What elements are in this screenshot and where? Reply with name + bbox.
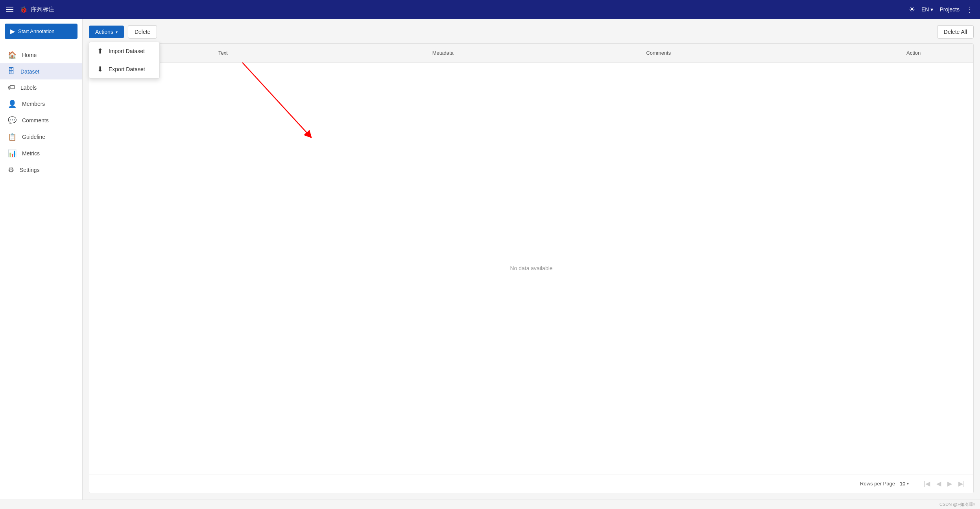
import-icon: ⬆: [97, 47, 103, 55]
labels-icon: 🏷: [8, 83, 15, 92]
bottom-bar: CSDN @»如冷璟×: [0, 500, 980, 509]
bottom-bar-text: CSDN @»如冷璟×: [939, 502, 975, 507]
sidebar-label-members: Members: [22, 101, 45, 107]
prev-page-button[interactable]: ◀: [934, 478, 943, 489]
projects-link[interactable]: Projects: [939, 6, 960, 13]
sidebar-nav: 🏠 Home 🗄 Dataset 🏷 Labels 👤 Members 💬 Co…: [0, 44, 82, 181]
table-body: No data available: [89, 63, 973, 474]
actions-button[interactable]: Actions ▾: [89, 26, 124, 38]
app-logo-icon: 🐞: [20, 6, 28, 13]
export-dataset-item[interactable]: ⬇ Export Dataset: [89, 60, 159, 78]
actions-dropdown-menu: ⬆ Import Dataset ⬇ Export Dataset: [89, 42, 160, 79]
sidebar-item-members[interactable]: 👤 Members: [0, 96, 82, 112]
content-area: Actions ▾ Delete Delete All ⬆ Import Dat…: [83, 19, 980, 500]
menu-icon[interactable]: [6, 7, 13, 12]
import-label: Import Dataset: [109, 48, 145, 54]
delete-all-button[interactable]: Delete All: [937, 25, 974, 39]
actions-arrow-icon: ▾: [116, 30, 118, 34]
export-label: Export Dataset: [109, 66, 145, 72]
members-icon: 👤: [8, 100, 17, 108]
topbar-left: 🐞 序列标注: [6, 6, 54, 13]
col-header-metadata: Metadata: [432, 50, 646, 56]
sidebar-label-comments: Comments: [22, 117, 49, 124]
app-title: 🐞 序列标注: [20, 6, 54, 13]
topbar: 🐞 序列标注 ☀ EN ▾ Projects ⋮: [0, 0, 980, 19]
col-header-comments: Comments: [646, 50, 860, 56]
play-icon: ▶: [10, 28, 15, 35]
rows-per-page-select[interactable]: 10 ▾: [900, 481, 909, 487]
rows-per-page-label: Rows per Page: [860, 481, 895, 487]
sidebar-item-comments[interactable]: 💬 Comments: [0, 112, 82, 129]
sidebar-item-dataset[interactable]: 🗄 Dataset: [0, 63, 82, 79]
sidebar-item-home[interactable]: 🏠 Home: [0, 47, 82, 63]
home-icon: 🏠: [8, 51, 17, 59]
settings-icon: ⚙: [8, 166, 14, 174]
theme-toggle-icon[interactable]: ☀: [909, 5, 915, 14]
rows-per-page-value: 10: [900, 481, 905, 487]
main-layout: ▶ Start Annotation 🏠 Home 🗄 Dataset 🏷 La…: [0, 19, 980, 500]
no-data-message: No data available: [510, 265, 552, 271]
actions-label: Actions: [95, 29, 113, 35]
dataset-icon: 🗄: [8, 67, 15, 76]
table-header: Status Text Metadata Comments Action: [89, 44, 973, 63]
topbar-more-icon[interactable]: ⋮: [966, 5, 974, 14]
sidebar-label-home: Home: [22, 52, 37, 58]
topbar-right: ☀ EN ▾ Projects ⋮: [909, 5, 974, 14]
col-header-text: Text: [218, 50, 432, 56]
comments-icon: 💬: [8, 116, 17, 125]
pagination-buttons: |◀ ◀ ▶ ▶|: [921, 478, 967, 489]
sidebar-item-guideline[interactable]: 📋 Guideline: [0, 129, 82, 145]
sidebar-label-metrics: Metrics: [22, 150, 40, 157]
next-page-button[interactable]: ▶: [945, 478, 954, 489]
delete-button[interactable]: Delete: [128, 25, 157, 39]
toolbar: Actions ▾ Delete Delete All ⬆ Import Dat…: [89, 25, 974, 39]
first-page-button[interactable]: |◀: [921, 478, 932, 489]
last-page-button[interactable]: ▶|: [956, 478, 967, 489]
export-icon: ⬇: [97, 65, 103, 74]
sidebar-item-settings[interactable]: ⚙ Settings: [0, 162, 82, 178]
app-title-text: 序列标注: [31, 6, 54, 13]
sidebar-label-settings: Settings: [20, 167, 40, 173]
language-selector[interactable]: EN ▾: [921, 6, 933, 13]
start-annotation-button[interactable]: ▶ Start Annotation: [5, 24, 78, 39]
sidebar-label-guideline: Guideline: [22, 134, 45, 140]
data-table: Status Text Metadata Comments Action No …: [89, 43, 974, 493]
sidebar-label-labels: Labels: [20, 85, 37, 91]
sidebar: ▶ Start Annotation 🏠 Home 🗄 Dataset 🏷 La…: [0, 19, 83, 500]
pagination-bar: Rows per Page 10 ▾ – |◀ ◀ ▶ ▶|: [89, 474, 973, 493]
guideline-icon: 📋: [8, 133, 17, 141]
page-info: –: [914, 481, 916, 487]
sidebar-item-labels[interactable]: 🏷 Labels: [0, 79, 82, 96]
col-header-action: Action: [860, 50, 967, 56]
rows-per-page-chevron-icon: ▾: [907, 481, 909, 486]
import-dataset-item[interactable]: ⬆ Import Dataset: [89, 42, 159, 60]
sidebar-item-metrics[interactable]: 📊 Metrics: [0, 145, 82, 162]
metrics-icon: 📊: [8, 149, 17, 158]
sidebar-label-dataset: Dataset: [20, 68, 39, 75]
